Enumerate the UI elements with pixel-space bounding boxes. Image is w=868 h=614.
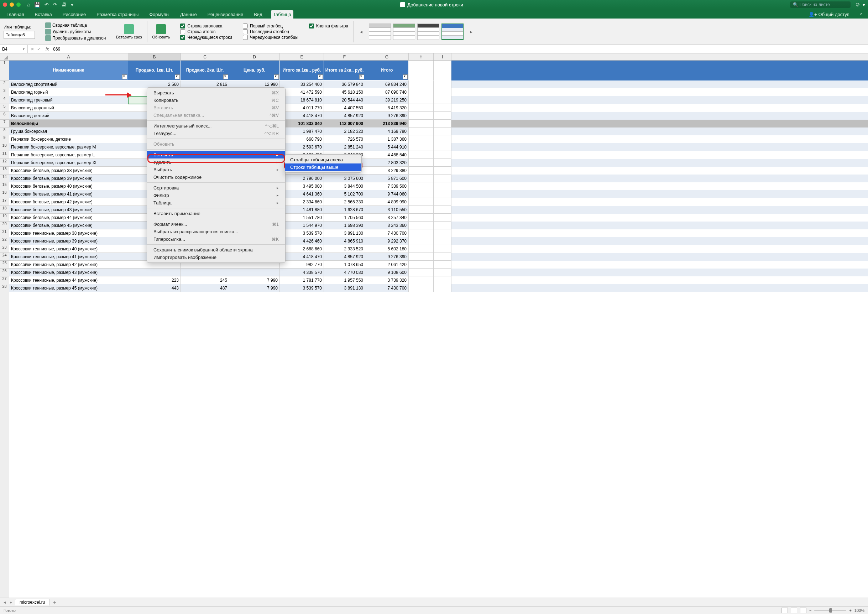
- name-cell[interactable]: Перчатки боксерские, детские: [9, 135, 128, 143]
- data-cell[interactable]: 1 987 470: [280, 127, 324, 135]
- filter-icon[interactable]: [223, 74, 228, 79]
- data-cell[interactable]: 4 641 360: [280, 190, 324, 198]
- data-cell[interactable]: 3 844 500: [324, 182, 365, 190]
- home-icon[interactable]: ⌂: [27, 2, 30, 8]
- ctx-smart-lookup[interactable]: Интеллектуальный поиск...^⌥⌘L: [147, 122, 285, 130]
- row-header[interactable]: 17: [0, 198, 9, 206]
- first-col-checkbox[interactable]: Первый столбец: [243, 23, 298, 28]
- name-cell[interactable]: Груша боксерская: [9, 127, 128, 135]
- filter-icon[interactable]: [403, 74, 408, 79]
- data-cell[interactable]: [409, 88, 434, 96]
- col-header-E[interactable]: E: [280, 53, 324, 60]
- data-cell[interactable]: 3 739 320: [365, 276, 409, 284]
- tab-nav-prev-icon[interactable]: ◂: [2, 600, 7, 605]
- data-cell[interactable]: 3 891 130: [324, 229, 365, 237]
- col-header-G[interactable]: G: [365, 53, 409, 60]
- styles-prev-icon[interactable]: ◂: [358, 29, 364, 34]
- data-cell[interactable]: 9 292 370: [365, 237, 409, 245]
- ctx-delete[interactable]: Удалить▸: [147, 158, 285, 166]
- data-cell[interactable]: [434, 81, 451, 88]
- data-cell[interactable]: [434, 182, 451, 190]
- ctx-copy[interactable]: Копировать⌘C: [147, 96, 285, 104]
- table-style-2[interactable]: [393, 23, 415, 40]
- row-header[interactable]: 28: [0, 284, 9, 292]
- filter-icon[interactable]: [175, 74, 180, 79]
- ctx-select[interactable]: Выбрать▸: [147, 166, 285, 174]
- tab-nav-next-icon[interactable]: ▸: [9, 600, 14, 605]
- data-cell[interactable]: [409, 135, 434, 143]
- col-header-I[interactable]: I: [434, 53, 451, 60]
- data-cell[interactable]: [409, 261, 434, 268]
- row-header[interactable]: 8: [0, 127, 9, 135]
- row-header[interactable]: 9: [0, 135, 9, 143]
- data-cell[interactable]: 9 276 390: [365, 112, 409, 120]
- data-cell[interactable]: 2 565 330: [324, 198, 365, 206]
- data-cell[interactable]: 4 418 470: [280, 253, 324, 261]
- data-cell[interactable]: 982 770: [280, 261, 324, 268]
- data-cell[interactable]: [409, 268, 434, 276]
- tab-draw[interactable]: Рисование: [60, 10, 88, 19]
- data-cell[interactable]: 7 339 500: [365, 182, 409, 190]
- sheet-tab[interactable]: microexcel.ru: [15, 598, 50, 605]
- data-cell[interactable]: [434, 237, 451, 245]
- row-header[interactable]: 19: [0, 214, 9, 222]
- data-cell[interactable]: 7 990: [229, 284, 280, 292]
- row-header[interactable]: 25: [0, 261, 9, 268]
- name-cell[interactable]: Кроссовки теннисные, размер 38 (мужские): [9, 229, 128, 237]
- data-cell[interactable]: 2 668 660: [280, 245, 324, 253]
- data-cell[interactable]: 33 254 400: [280, 81, 324, 88]
- data-cell[interactable]: [409, 81, 434, 88]
- name-box[interactable]: B4▼: [0, 45, 28, 53]
- data-cell[interactable]: [434, 214, 451, 222]
- name-cell[interactable]: Кроссовки беговые, размер 40 (мужские): [9, 182, 128, 190]
- refresh-button[interactable]: Обновить: [152, 24, 170, 39]
- name-cell[interactable]: Перчатки боксерские, взрослые, размер L: [9, 151, 128, 159]
- data-cell[interactable]: 112 007 900: [324, 120, 365, 127]
- data-cell[interactable]: [409, 222, 434, 229]
- row-header[interactable]: 16: [0, 190, 9, 198]
- data-cell[interactable]: [434, 143, 451, 151]
- row-header[interactable]: 6: [0, 112, 9, 120]
- data-cell[interactable]: [409, 143, 434, 151]
- fx-icon[interactable]: fx: [43, 47, 51, 52]
- tab-table[interactable]: Таблица: [271, 10, 293, 19]
- tab-layout[interactable]: Разметка страницы: [95, 10, 141, 19]
- data-cell[interactable]: [434, 135, 451, 143]
- ctx-screenshot[interactable]: Сохранить снимок выбранной области экран…: [147, 246, 285, 254]
- row-header[interactable]: 24: [0, 253, 9, 261]
- data-cell[interactable]: 7 990: [229, 276, 280, 284]
- data-cell[interactable]: 4 169 790: [365, 127, 409, 135]
- row-header[interactable]: 21: [0, 229, 9, 237]
- filter-button-checkbox[interactable]: Кнопка фильтра: [309, 23, 348, 28]
- data-cell[interactable]: 101 832 040: [280, 120, 324, 127]
- data-cell[interactable]: 726 570: [324, 135, 365, 143]
- data-cell[interactable]: [409, 159, 434, 167]
- save-icon[interactable]: 💾: [34, 2, 40, 8]
- data-cell[interactable]: 1 705 560: [324, 214, 365, 222]
- row-header[interactable]: 18: [0, 206, 9, 214]
- col-header-A[interactable]: A: [9, 53, 128, 60]
- data-cell[interactable]: 69 834 240: [365, 81, 409, 88]
- ctx-import-image[interactable]: Импортировать изображение: [147, 254, 285, 261]
- name-cell[interactable]: Перчатки боксерские, взрослые, размер M: [9, 143, 128, 151]
- data-cell[interactable]: [409, 96, 434, 104]
- total-row-checkbox[interactable]: Строка итогов: [180, 29, 232, 34]
- data-cell[interactable]: [434, 112, 451, 120]
- table-style-4[interactable]: [442, 23, 463, 40]
- tab-home[interactable]: Главная: [4, 10, 26, 19]
- name-cell[interactable]: Кроссовки беговые, размер 41 (мужские): [9, 190, 128, 198]
- data-cell[interactable]: [434, 229, 451, 237]
- data-cell[interactable]: 3 257 340: [365, 214, 409, 222]
- data-cell[interactable]: [409, 253, 434, 261]
- close-icon[interactable]: [3, 3, 7, 7]
- data-cell[interactable]: 4 770 030: [324, 268, 365, 276]
- data-cell[interactable]: [434, 151, 451, 159]
- name-cell[interactable]: Кроссовки беговые, размер 44 (мужские): [9, 214, 128, 222]
- table-header-cell[interactable]: Итого за 2кв., руб.: [324, 60, 365, 81]
- data-cell[interactable]: [409, 229, 434, 237]
- data-cell[interactable]: [434, 261, 451, 268]
- data-cell[interactable]: [434, 96, 451, 104]
- data-cell[interactable]: 5 102 700: [324, 190, 365, 198]
- row-header[interactable]: 1: [0, 60, 9, 81]
- data-cell[interactable]: [409, 175, 434, 182]
